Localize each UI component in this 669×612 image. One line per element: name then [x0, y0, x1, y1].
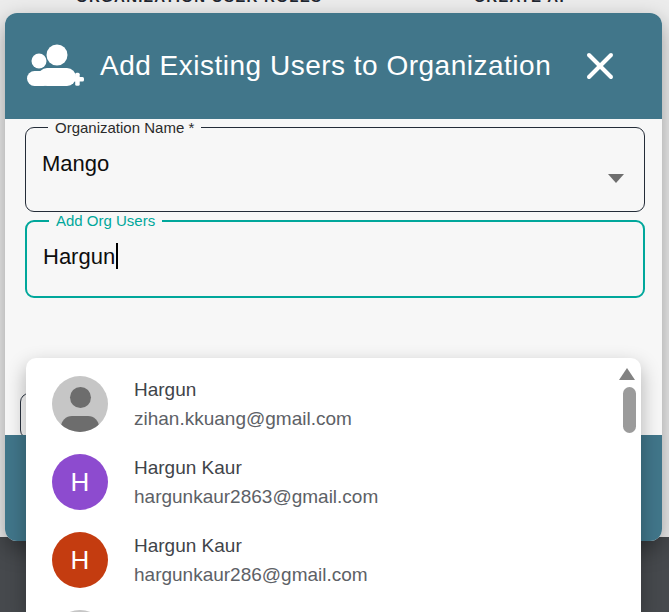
avatar-initial: H: [52, 532, 108, 588]
dialog-body: Organization Name * Mango Add Org Users …: [5, 119, 662, 298]
scroll-up-arrow-icon[interactable]: [619, 368, 635, 380]
user-texts: Hargun Kaurhargunkaur286@gmail.com: [134, 535, 368, 586]
add-org-users-value: Hargun: [43, 244, 115, 269]
organization-name-select[interactable]: Organization Name * Mango: [25, 119, 645, 212]
group-add-icon: [25, 44, 85, 88]
scrollbar-thumb[interactable]: [623, 387, 636, 433]
text-caret: [116, 243, 118, 269]
avatar-letter: H: [71, 545, 90, 576]
user-email: zihan.kkuang@gmail.com: [134, 408, 352, 430]
user-email: hargunkaur286@gmail.com: [134, 564, 368, 586]
organization-name-label: Organization Name *: [48, 119, 201, 136]
dialog-title: Add Existing Users to Organization: [100, 50, 580, 82]
user-name: Hargun: [134, 379, 352, 401]
user-suggestion-row[interactable]: Hargunzihan.kkuang@gmail.com: [26, 365, 641, 443]
user-list: Hargunzihan.kkuang@gmail.comHHargun Kaur…: [26, 365, 641, 612]
user-suggestion-row[interactable]: HHargun Kaurhargunkaur2863@gmail.com: [26, 443, 641, 521]
add-org-users-input[interactable]: Add Org Users Hargun: [25, 212, 645, 298]
dialog-header: Add Existing Users to Organization: [5, 13, 662, 119]
user-email: hargunkaur2863@gmail.com: [134, 486, 378, 508]
user-suggestion-row[interactable]: [26, 599, 641, 612]
person-silhouette-icon: [52, 376, 108, 432]
user-name: Hargun Kaur: [134, 535, 368, 557]
user-name: Hargun Kaur: [134, 457, 378, 479]
close-button[interactable]: [580, 46, 620, 86]
avatar-letter: H: [71, 467, 90, 498]
user-suggestions-dropdown: Hargunzihan.kkuang@gmail.comHHargun Kaur…: [26, 358, 641, 612]
add-org-users-label: Add Org Users: [49, 212, 162, 229]
avatar-initial: H: [52, 454, 108, 510]
background-tab-left: ORGANIZATION USER ROLES: [76, 0, 322, 5]
dropdown-arrow-icon[interactable]: [608, 174, 624, 183]
organization-name-value: Mango: [42, 151, 630, 177]
user-texts: Hargun Kaurhargunkaur2863@gmail.com: [134, 457, 378, 508]
user-suggestion-row[interactable]: HHargun Kaurhargunkaur286@gmail.com: [26, 521, 641, 599]
close-icon: [583, 49, 617, 83]
background-tab-right: CREATE AP: [474, 0, 571, 5]
user-texts: Hargunzihan.kkuang@gmail.com: [134, 379, 352, 430]
